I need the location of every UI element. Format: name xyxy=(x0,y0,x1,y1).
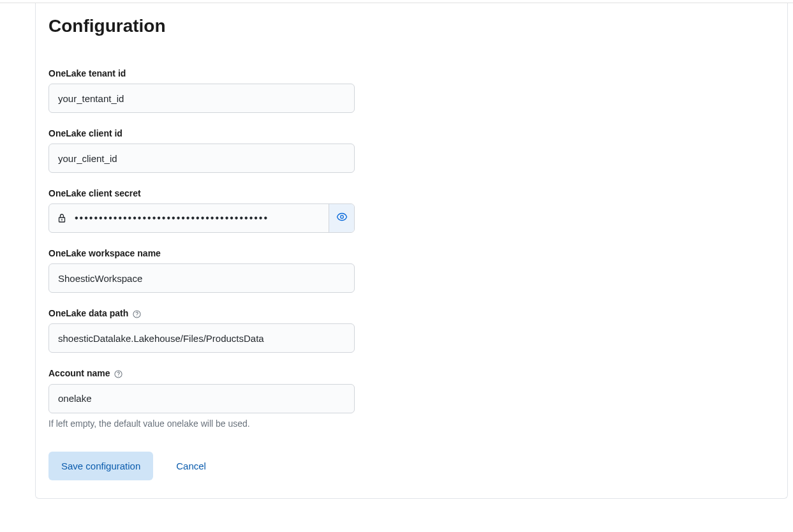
cancel-button[interactable]: Cancel xyxy=(176,461,206,471)
field-client-secret: OneLake client secret xyxy=(48,188,355,233)
secret-input-wrapper xyxy=(48,203,355,233)
field-data-path: OneLake data path xyxy=(48,308,355,353)
input-client-secret[interactable] xyxy=(75,204,329,232)
label-client-secret: OneLake client secret xyxy=(48,188,355,198)
input-client-id[interactable] xyxy=(48,144,355,173)
input-data-path[interactable] xyxy=(48,323,355,353)
field-client-id: OneLake client id xyxy=(48,128,355,173)
configuration-card: Configuration OneLake tenant id OneLake … xyxy=(35,3,788,499)
svg-point-4 xyxy=(137,316,137,316)
label-account-name: Account name xyxy=(48,368,355,378)
input-tenant-id[interactable] xyxy=(48,84,355,113)
field-account-name: Account name If left empty, the default … xyxy=(48,368,355,428)
help-icon[interactable] xyxy=(132,309,141,318)
svg-rect-1 xyxy=(61,219,62,220)
label-data-path: OneLake data path xyxy=(48,308,355,318)
input-account-name[interactable] xyxy=(48,384,355,413)
field-workspace-name: OneLake workspace name xyxy=(48,248,355,293)
save-button[interactable]: Save configuration xyxy=(48,452,153,480)
label-client-id: OneLake client id xyxy=(48,128,355,138)
label-tenant-id: OneLake tenant id xyxy=(48,68,355,78)
lock-icon xyxy=(49,204,75,232)
page-title: Configuration xyxy=(48,16,774,36)
reveal-secret-button[interactable] xyxy=(329,204,354,232)
help-text-account-name: If left empty, the default value onelake… xyxy=(48,418,355,429)
svg-point-2 xyxy=(340,216,343,219)
svg-point-6 xyxy=(118,376,119,376)
input-workspace-name[interactable] xyxy=(48,263,355,293)
eye-icon xyxy=(336,211,348,225)
button-row: Save configuration Cancel xyxy=(48,452,774,480)
help-icon[interactable] xyxy=(114,370,122,379)
label-workspace-name: OneLake workspace name xyxy=(48,248,355,258)
field-tenant-id: OneLake tenant id xyxy=(48,68,355,113)
